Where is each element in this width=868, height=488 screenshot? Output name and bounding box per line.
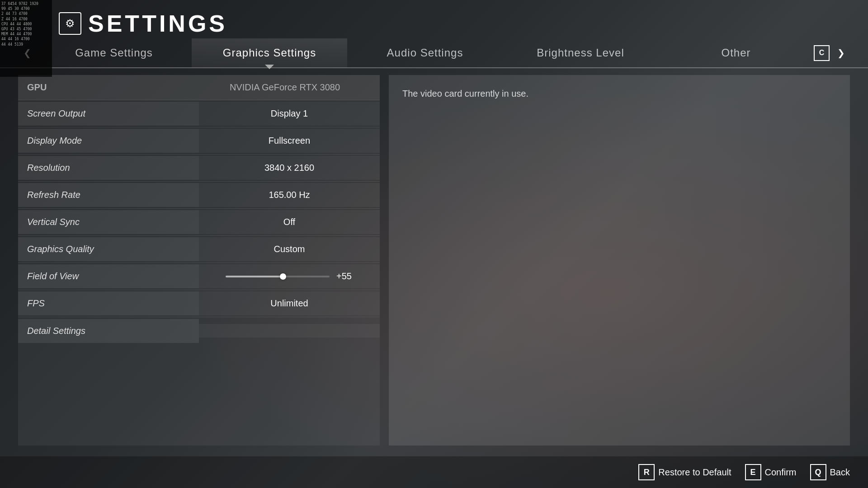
- settings-container: ⚙ SETTINGS ❮ Game Settings Graphics Sett…: [0, 0, 868, 488]
- row-value-detail-settings: [199, 324, 380, 338]
- table-row[interactable]: Screen Output Display 1: [18, 100, 380, 127]
- row-value-fov: +55: [199, 264, 380, 288]
- row-label-fov: Field of View: [18, 264, 199, 288]
- confirm-key: E: [745, 464, 761, 480]
- table-row[interactable]: Detail Settings: [18, 317, 380, 344]
- table-row[interactable]: Refresh Rate 165.00 Hz: [18, 182, 380, 209]
- row-label-vsync: Vertical Sync: [18, 210, 199, 234]
- confirm-label: Confirm: [765, 467, 797, 478]
- row-value-refresh-rate: 165.00 Hz: [199, 183, 380, 207]
- tab-controls: C ❯: [814, 44, 850, 62]
- row-value-vsync: Off: [199, 210, 380, 234]
- tab-nav-right[interactable]: ❯: [832, 44, 850, 62]
- restore-label: Restore to Default: [658, 467, 731, 478]
- tab-ctrl-c[interactable]: C: [814, 45, 830, 61]
- back-key: Q: [810, 464, 826, 480]
- bottom-bar: R Restore to Default E Confirm Q Back: [0, 456, 868, 488]
- row-value-display-mode: Fullscreen: [199, 129, 380, 153]
- info-text: The video card currently in use.: [402, 89, 528, 99]
- confirm-action[interactable]: E Confirm: [745, 464, 797, 480]
- row-label-refresh-rate: Refresh Rate: [18, 183, 199, 207]
- fov-value: +55: [335, 271, 353, 282]
- info-panel: The video card currently in use.: [389, 75, 850, 446]
- hud-overlay: 37 6454 9782 1920 99 45 30 4700 2 44 73 …: [0, 0, 52, 77]
- gpu-label: GPU: [27, 82, 199, 93]
- row-label-resolution: Resolution: [18, 156, 199, 180]
- gpu-row: GPU NVIDIA GeForce RTX 3080: [18, 75, 380, 100]
- tab-graphics-settings[interactable]: Graphics Settings: [192, 38, 347, 67]
- settings-table: GPU NVIDIA GeForce RTX 3080 Screen Outpu…: [18, 75, 380, 446]
- tab-audio-settings[interactable]: Audio Settings: [347, 38, 503, 67]
- table-row[interactable]: Vertical Sync Off: [18, 209, 380, 236]
- fov-slider-thumb[interactable]: [280, 273, 286, 280]
- table-row[interactable]: Graphics Quality Custom: [18, 236, 380, 263]
- restore-key: R: [638, 464, 655, 480]
- tab-brightness-level[interactable]: Brightness Level: [503, 38, 658, 67]
- back-action[interactable]: Q Back: [810, 464, 850, 480]
- settings-icon: ⚙: [59, 12, 81, 35]
- table-row[interactable]: Display Mode Fullscreen: [18, 127, 380, 155]
- table-row[interactable]: Field of View +55: [18, 263, 380, 290]
- row-value-screen-output: Display 1: [199, 102, 380, 126]
- row-value-fps: Unlimited: [199, 291, 380, 315]
- row-value-graphics-quality: Custom: [199, 237, 380, 261]
- row-value-resolution: 3840 x 2160: [199, 156, 380, 180]
- fov-slider-fill: [226, 276, 283, 277]
- row-label-screen-output: Screen Output: [18, 102, 199, 126]
- restore-default-action[interactable]: R Restore to Default: [638, 464, 731, 480]
- row-label-fps: FPS: [18, 291, 199, 315]
- gpu-value: NVIDIA GeForce RTX 3080: [199, 82, 371, 93]
- page-title: SETTINGS: [88, 10, 227, 37]
- fov-slider-container: +55: [208, 271, 371, 282]
- back-label: Back: [830, 467, 850, 478]
- tabs-list: Game Settings Graphics Settings Audio Se…: [36, 38, 814, 67]
- table-row[interactable]: Resolution 3840 x 2160: [18, 155, 380, 182]
- fov-slider[interactable]: [226, 276, 330, 277]
- row-label-graphics-quality: Graphics Quality: [18, 237, 199, 261]
- tab-game-settings[interactable]: Game Settings: [36, 38, 192, 67]
- title-bar: ⚙ SETTINGS: [0, 0, 868, 38]
- tabs-wrapper: ❮ Game Settings Graphics Settings Audio …: [0, 38, 868, 68]
- row-label-display-mode: Display Mode: [18, 129, 199, 153]
- table-row[interactable]: FPS Unlimited: [18, 290, 380, 317]
- content-area: GPU NVIDIA GeForce RTX 3080 Screen Outpu…: [0, 68, 868, 452]
- row-label-detail-settings: Detail Settings: [18, 319, 199, 343]
- tab-other[interactable]: Other: [658, 38, 814, 67]
